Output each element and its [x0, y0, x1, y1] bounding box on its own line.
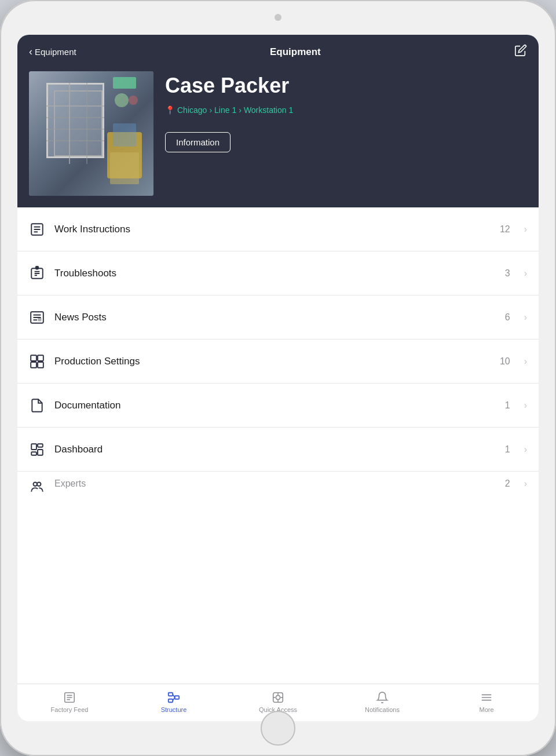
location-workstation: Workstation 1: [244, 105, 293, 115]
structure-label: Structure: [161, 706, 187, 713]
location-pin-icon: 📍: [165, 105, 175, 115]
location-breadcrumb: 📍 Chicago › Line 1 › Workstation 1: [165, 105, 527, 115]
svg-rect-39: [169, 699, 173, 702]
troubleshoots-count: 3: [505, 268, 510, 279]
documentation-chevron-icon: ›: [524, 400, 527, 411]
svg-point-8: [115, 93, 129, 107]
tab-notifications[interactable]: Notifications: [330, 684, 434, 721]
svg-rect-27: [38, 362, 43, 368]
svg-rect-40: [175, 696, 179, 699]
factory-feed-icon: [63, 691, 76, 704]
list-item-experts[interactable]: Experts 2 ›: [17, 472, 539, 501]
production-settings-icon: [29, 353, 45, 370]
work-instructions-chevron-icon: ›: [524, 224, 527, 235]
wrench-icon: [29, 265, 45, 282]
information-button[interactable]: Information: [165, 132, 231, 152]
more-label: More: [479, 706, 493, 713]
experts-count: 2: [505, 479, 510, 489]
troubleshoots-label: Troubleshoots: [54, 268, 496, 279]
experts-chevron-icon: ›: [524, 479, 527, 489]
dashboard-icon: [29, 441, 45, 458]
equipment-image: [29, 71, 153, 196]
factory-feed-label: Factory Feed: [51, 706, 89, 713]
content-list: Work Instructions 12 › Troubleshoots 3: [17, 207, 539, 684]
equipment-name: Case Packer: [165, 74, 527, 97]
location-city: Chicago: [177, 105, 207, 115]
svg-rect-31: [31, 452, 36, 455]
tab-more[interactable]: More: [434, 684, 539, 721]
list-item-work-instructions[interactable]: Work Instructions 12 ›: [17, 207, 539, 251]
home-button[interactable]: [261, 711, 295, 746]
back-chevron-icon: ‹: [29, 46, 32, 58]
production-settings-count: 10: [500, 356, 510, 367]
list-item-dashboard[interactable]: Dashboard 1 ›: [17, 428, 539, 472]
documentation-label: Documentation: [54, 400, 496, 411]
list-item-news-posts[interactable]: News Posts 6 ›: [17, 295, 539, 339]
location-sep-2: ›: [239, 105, 242, 115]
documentation-count: 1: [505, 400, 510, 411]
nav-bar: ‹ Equipment Equipment: [17, 35, 539, 65]
dashboard-label: Dashboard: [54, 444, 496, 455]
back-label: Equipment: [35, 47, 76, 57]
news-posts-count: 6: [505, 312, 510, 323]
news-posts-chevron-icon: ›: [524, 312, 527, 323]
svg-rect-26: [31, 362, 36, 368]
dashboard-chevron-icon: ›: [524, 444, 527, 455]
work-instructions-label: Work Instructions: [54, 224, 491, 235]
svg-rect-6: [110, 152, 139, 184]
hero-info: Case Packer 📍 Chicago › Line 1 › Worksta…: [165, 71, 527, 152]
experts-label: Experts: [54, 479, 496, 489]
svg-point-33: [37, 482, 41, 486]
app-container: ‹ Equipment Equipment: [17, 35, 539, 721]
back-button[interactable]: ‹ Equipment: [29, 46, 76, 58]
production-settings-label: Production Settings: [54, 356, 491, 367]
notifications-icon: [375, 691, 389, 704]
svg-rect-24: [31, 355, 36, 361]
work-instructions-count: 12: [500, 224, 510, 235]
quick-access-icon: [271, 691, 285, 704]
news-icon: [29, 309, 45, 326]
tablet-frame: ‹ Equipment Equipment: [0, 0, 556, 756]
svg-rect-38: [169, 692, 173, 696]
svg-rect-25: [38, 355, 43, 361]
structure-icon: [167, 691, 181, 704]
tab-structure[interactable]: Structure: [122, 684, 226, 721]
svg-rect-28: [31, 444, 36, 450]
nav-title: Equipment: [270, 46, 321, 58]
svg-rect-7: [113, 123, 136, 147]
edit-button[interactable]: [514, 44, 527, 60]
list-item-troubleshoots[interactable]: Troubleshoots 3 ›: [17, 251, 539, 295]
svg-rect-18: [36, 266, 38, 269]
svg-rect-30: [38, 450, 43, 455]
notifications-label: Notifications: [365, 706, 400, 713]
more-icon: [480, 691, 493, 704]
production-settings-chevron-icon: ›: [524, 356, 527, 367]
list-item-production-settings[interactable]: Production Settings 10 ›: [17, 339, 539, 384]
experts-icon: [29, 479, 45, 495]
svg-point-9: [129, 96, 138, 105]
book-icon: [29, 221, 45, 238]
camera-dot: [275, 14, 281, 21]
svg-point-44: [276, 695, 280, 699]
location-sep-1: ›: [209, 105, 212, 115]
svg-rect-29: [38, 444, 43, 447]
hero-section: ‹ Equipment Equipment: [17, 35, 539, 207]
tab-factory-feed[interactable]: Factory Feed: [17, 684, 122, 721]
location-line: Line 1: [214, 105, 236, 115]
list-item-documentation[interactable]: Documentation 1 ›: [17, 384, 539, 428]
documentation-icon: [29, 397, 45, 414]
hero-content: Case Packer 📍 Chicago › Line 1 › Worksta…: [17, 65, 539, 207]
svg-rect-23: [38, 318, 41, 320]
news-posts-label: News Posts: [54, 312, 496, 323]
dashboard-count: 1: [505, 444, 510, 455]
troubleshoots-chevron-icon: ›: [524, 268, 527, 279]
